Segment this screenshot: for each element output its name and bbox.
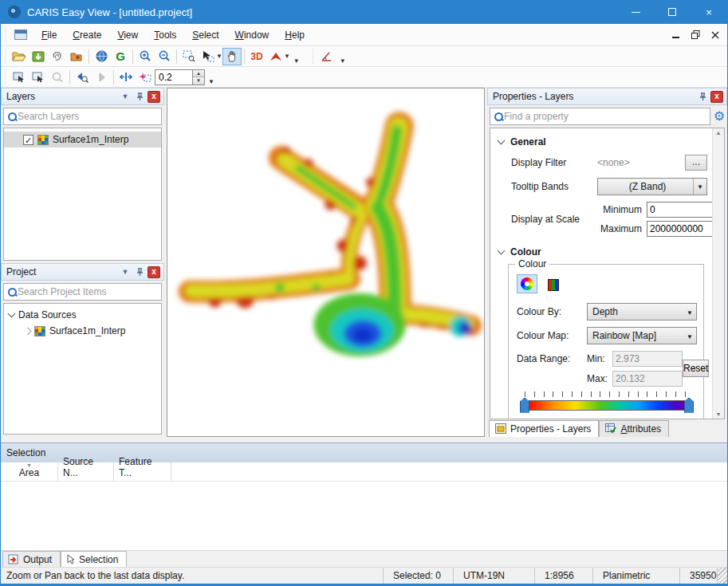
zoom-area-icon[interactable]: [179, 48, 199, 65]
gear-icon[interactable]: ⚙: [714, 110, 725, 123]
mdi-minimize-icon[interactable]: [672, 31, 680, 39]
split-compare-icon[interactable]: [116, 69, 136, 86]
minimize-button[interactable]: [617, 0, 654, 24]
select-dropdown-icon[interactable]: ▼: [216, 53, 222, 60]
north-arrow-dropdown-icon[interactable]: ▼: [284, 53, 290, 60]
select-view-icon[interactable]: [10, 69, 29, 86]
panel-close-icon[interactable]: x: [148, 91, 160, 103]
menu-tools[interactable]: Tools: [146, 26, 184, 45]
step-down-icon[interactable]: ▼: [193, 77, 204, 85]
colour-map-dropdown[interactable]: Rainbow [Map] ▼: [587, 327, 697, 344]
menu-create[interactable]: Create: [65, 26, 109, 45]
collapse-icon[interactable]: [498, 247, 506, 255]
colour-wheel-icon[interactable]: [517, 274, 537, 293]
rgb-bands-icon[interactable]: [543, 276, 564, 295]
panel-menu-icon[interactable]: ▼: [119, 266, 132, 278]
splitter[interactable]: [1, 437, 727, 442]
tab-selection[interactable]: Selection: [61, 551, 127, 567]
pin-icon[interactable]: [133, 91, 146, 103]
globe-icon[interactable]: [92, 48, 111, 65]
tab-output[interactable]: Output: [2, 551, 61, 567]
toolbar-overflow-icon[interactable]: ▼: [336, 57, 349, 66]
tab-attributes[interactable]: Attributes: [599, 420, 669, 437]
view-3d-icon[interactable]: 3D: [247, 48, 266, 65]
maximize-button[interactable]: [654, 0, 691, 24]
toolbar-overflow-icon[interactable]: ▼: [205, 78, 218, 87]
toolbar-grip[interactable]: [3, 49, 7, 65]
select-cursor-icon[interactable]: [199, 48, 218, 65]
tolerance-input[interactable]: [155, 69, 193, 85]
open-file-icon[interactable]: [10, 48, 29, 65]
menu-help[interactable]: Help: [277, 26, 313, 45]
zoom-out-icon[interactable]: [155, 48, 174, 65]
layers-search-input[interactable]: [18, 111, 158, 122]
map-view[interactable]: [167, 88, 485, 437]
collapse-icon[interactable]: [498, 137, 506, 145]
import-data-icon[interactable]: [29, 48, 48, 65]
section-general[interactable]: General: [498, 136, 707, 147]
zoom-in-icon[interactable]: [136, 48, 155, 65]
step-up-icon[interactable]: ▲: [193, 70, 204, 77]
toolbar-grip[interactable]: [3, 26, 7, 44]
scrollbar[interactable]: ▲ ▼: [712, 128, 724, 419]
properties-dock: Properties - Layers x ⚙ General: [487, 88, 727, 437]
toolbar-grip[interactable]: [3, 69, 7, 85]
property-search-input[interactable]: [504, 111, 706, 122]
panel-close-icon[interactable]: x: [710, 91, 723, 103]
expander-icon[interactable]: [8, 310, 16, 318]
panel-close-icon[interactable]: x: [148, 266, 160, 278]
pin-icon[interactable]: [696, 91, 709, 103]
column-header-feature-type[interactable]: Feature T...: [114, 462, 171, 481]
colour-by-dropdown[interactable]: Depth ▼: [587, 303, 697, 321]
pin-icon[interactable]: [133, 266, 146, 278]
mdi-restore-icon[interactable]: [691, 30, 700, 39]
layer-item-surface1m[interactable]: ✓ Surface1m_Interp: [4, 132, 161, 147]
menu-file[interactable]: File: [33, 26, 65, 45]
display-filter-browse-button[interactable]: ...: [685, 155, 707, 171]
flash-position-icon[interactable]: [136, 69, 155, 86]
select-window-icon[interactable]: [29, 69, 48, 86]
layer-visibility-checkbox[interactable]: ✓: [23, 135, 33, 145]
mdi-close-icon[interactable]: [711, 31, 719, 39]
project-search[interactable]: [3, 283, 162, 301]
scroll-up-icon[interactable]: ▲: [716, 130, 722, 136]
expander-icon[interactable]: [24, 327, 32, 335]
tree-node-surface1m[interactable]: Surface1m_Interp: [4, 323, 161, 339]
scroll-down-icon[interactable]: ▼: [716, 411, 722, 417]
column-header-area[interactable]: ▼ Area: [1, 462, 58, 481]
layers-search[interactable]: [3, 108, 162, 125]
tab-properties-layers[interactable]: Properties - Layers: [489, 420, 599, 437]
scale-maximum-input[interactable]: [647, 221, 712, 237]
next-view-icon[interactable]: [92, 69, 111, 86]
reset-button[interactable]: Reset: [683, 360, 709, 377]
toolbar-overflow-icon[interactable]: ▼: [290, 57, 303, 66]
tree-node-data-sources[interactable]: Data Sources: [4, 307, 161, 323]
panel-menu-icon[interactable]: ▼: [119, 91, 132, 103]
selection-panel: Selection ▼ Area Source N... Feature T..…: [1, 442, 727, 550]
selection-table-body[interactable]: [1, 482, 727, 550]
display-at-scale-label: Display at Scale: [511, 214, 597, 225]
select-disabled-icon[interactable]: [48, 69, 67, 86]
resize-grip[interactable]: [718, 568, 727, 584]
toolbar-grip[interactable]: [311, 49, 315, 65]
scale-minimum-input[interactable]: [647, 202, 712, 218]
close-button[interactable]: ×: [691, 0, 727, 24]
menu-window[interactable]: Window: [227, 26, 277, 45]
menu-view[interactable]: View: [109, 26, 146, 45]
attach-file-icon[interactable]: [48, 48, 67, 65]
column-header-source-name[interactable]: Source N...: [58, 462, 114, 481]
export-folder-icon[interactable]: [67, 48, 86, 65]
display-filter-value: <none>: [597, 157, 630, 168]
previous-view-icon[interactable]: [73, 69, 92, 86]
column-label: Feature T...: [119, 456, 166, 478]
google-earth-icon[interactable]: G: [111, 48, 130, 65]
measure-angle-icon[interactable]: [317, 48, 336, 65]
project-search-input[interactable]: [18, 286, 158, 297]
north-arrow-icon[interactable]: [266, 48, 285, 65]
section-colour[interactable]: Colour: [498, 246, 707, 258]
pan-hand-icon[interactable]: [222, 48, 242, 65]
tolerance-stepper[interactable]: ▲▼: [193, 69, 205, 85]
property-search[interactable]: [490, 108, 710, 125]
menu-select[interactable]: Select: [184, 26, 226, 45]
tooltip-bands-dropdown[interactable]: (Z Band) ▼: [597, 178, 707, 195]
